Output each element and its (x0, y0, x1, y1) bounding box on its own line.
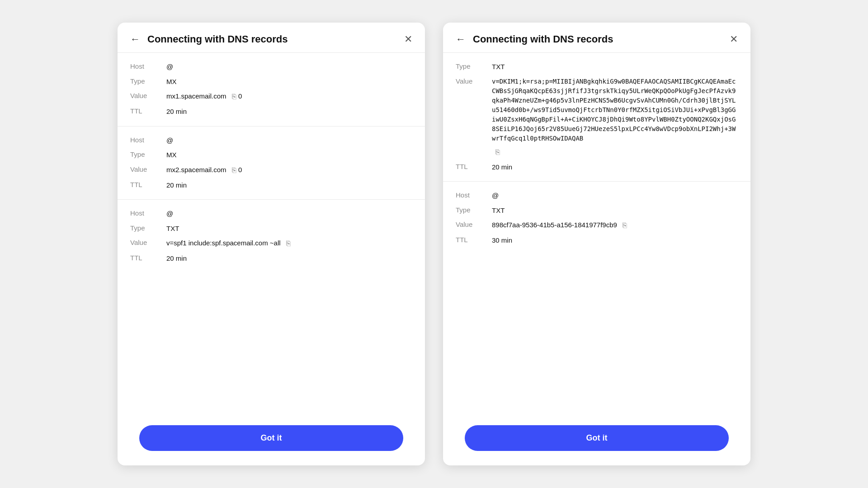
left-r3-type-row: Type TXT (130, 224, 412, 234)
left-r3-type-label: Type (130, 224, 166, 232)
left-r1-value-row: Value mx1.spacemail.com ⎘ 0 (130, 91, 412, 102)
left-r1-ttl-row: TTL 20 min (130, 107, 412, 117)
right-r1-value-label: Value (456, 77, 492, 85)
left-r1-host-label: Host (130, 62, 166, 70)
right-r1-type-label: Type (456, 62, 492, 70)
right-r2-type-label: Type (456, 206, 492, 214)
left-panel-header: ← Connecting with DNS records ✕ (118, 23, 425, 53)
left-r1-ttl-value: 20 min (166, 107, 412, 117)
left-r3-host-value: @ (166, 209, 412, 219)
right-r1-ttl-label: TTL (456, 162, 492, 170)
left-r3-host-label: Host (130, 209, 166, 217)
left-r2-type-row: Type MX (130, 150, 412, 160)
right-r1-copy-icon[interactable]: ⎘ (495, 147, 500, 158)
right-r2-type-row: Type TXT (456, 206, 738, 216)
left-r3-copy-icon[interactable]: ⎘ (286, 238, 291, 249)
right-r2-host-row: Host @ (456, 191, 738, 201)
right-got-it-button[interactable]: Got it (465, 425, 729, 451)
right-r2-host-value: @ (492, 191, 738, 201)
left-r2-type-label: Type (130, 150, 166, 158)
left-r1-copy-icon[interactable]: ⎘ (232, 91, 236, 102)
left-r1-type-row: Type MX (130, 77, 412, 87)
left-r2-value-value: mx2.spacemail.com ⎘ 0 (166, 165, 412, 176)
right-r2-value-label: Value (456, 220, 492, 228)
right-record-2: Host @ Type TXT Value 898cf7aa-9536-41b5… (443, 182, 750, 255)
left-r3-value-label: Value (130, 238, 166, 246)
left-r1-type-label: Type (130, 77, 166, 85)
right-r1-value-value: v=DKIM1;k=rsa;p=MIIBIjANBgkqhkiG9w0BAQEF… (492, 77, 738, 158)
left-r2-host-value: @ (166, 136, 412, 146)
left-r2-ttl-label: TTL (130, 180, 166, 188)
right-r2-type-value: TXT (492, 206, 738, 216)
left-r2-value-label: Value (130, 165, 166, 173)
left-r3-ttl-label: TTL (130, 253, 166, 262)
left-r1-ttl-label: TTL (130, 107, 166, 115)
left-r3-value-row: Value v=spf1 include:spf.spacemail.com ~… (130, 238, 412, 249)
left-r1-value-value: mx1.spacemail.com ⎘ 0 (166, 91, 412, 102)
left-r3-ttl-row: TTL 20 min (130, 253, 412, 264)
right-r2-value-row: Value 898cf7aa-9536-41b5-a156-1841977f9c… (456, 220, 738, 231)
right-r1-type-value: TXT (492, 62, 738, 72)
right-r2-value-value: 898cf7aa-9536-41b5-a156-1841977f9cb9 ⎘ (492, 220, 738, 231)
right-panel-footer: Got it (443, 411, 750, 465)
right-r2-host-label: Host (456, 191, 492, 199)
left-r3-type-value: TXT (166, 224, 412, 234)
left-record-1: Host @ Type MX Value mx1.spacemail.com ⎘… (118, 53, 425, 127)
right-r2-ttl-value: 30 min (492, 235, 738, 246)
left-r1-type-value: MX (166, 77, 412, 87)
left-back-button[interactable]: ← (130, 33, 140, 45)
left-panel-title: Connecting with DNS records (147, 33, 397, 45)
left-r1-value-label: Value (130, 91, 166, 99)
right-r1-type-row: Type TXT (456, 62, 738, 72)
left-panel: ← Connecting with DNS records ✕ Host @ T… (118, 23, 425, 465)
right-panel-title: Connecting with DNS records (473, 33, 722, 45)
right-back-button[interactable]: ← (456, 33, 466, 45)
left-r2-ttl-row: TTL 20 min (130, 180, 412, 191)
right-panel-header: ← Connecting with DNS records ✕ (443, 23, 750, 53)
right-r1-ttl-value: 20 min (492, 162, 738, 173)
left-r2-value-row: Value mx2.spacemail.com ⎘ 0 (130, 165, 412, 176)
right-panel: ← Connecting with DNS records ✕ Type TXT… (443, 23, 750, 465)
left-panel-content: Host @ Type MX Value mx1.spacemail.com ⎘… (118, 53, 425, 411)
right-r2-ttl-label: TTL (456, 235, 492, 244)
left-r2-host-label: Host (130, 136, 166, 144)
left-r2-host-row: Host @ (130, 136, 412, 146)
left-panel-footer: Got it (118, 411, 425, 465)
left-r3-value-value: v=spf1 include:spf.spacemail.com ~all ⎘ (166, 238, 412, 249)
left-r2-copy-icon[interactable]: ⎘ (232, 165, 236, 176)
left-r2-ttl-value: 20 min (166, 180, 412, 191)
left-got-it-button[interactable]: Got it (139, 425, 403, 451)
left-close-button[interactable]: ✕ (404, 33, 412, 45)
left-r3-host-row: Host @ (130, 209, 412, 219)
left-r3-ttl-value: 20 min (166, 253, 412, 264)
right-panel-content: Type TXT Value v=DKIM1;k=rsa;p=MIIBIjANB… (443, 53, 750, 411)
left-r1-host-value: @ (166, 62, 412, 72)
right-record-1: Type TXT Value v=DKIM1;k=rsa;p=MIIBIjANB… (443, 53, 750, 182)
right-r1-value-row: Value v=DKIM1;k=rsa;p=MIIBIjANBgkqhkiG9w… (456, 77, 738, 158)
left-r2-type-value: MX (166, 150, 412, 160)
left-record-2: Host @ Type MX Value mx2.spacemail.com ⎘… (118, 127, 425, 200)
right-close-button[interactable]: ✕ (730, 33, 738, 45)
left-record-3: Host @ Type TXT Value v=spf1 include:spf… (118, 200, 425, 273)
right-r1-ttl-row: TTL 20 min (456, 162, 738, 173)
right-r2-ttl-row: TTL 30 min (456, 235, 738, 246)
left-r1-host-row: Host @ (130, 62, 412, 72)
right-r2-copy-icon[interactable]: ⎘ (623, 220, 627, 231)
